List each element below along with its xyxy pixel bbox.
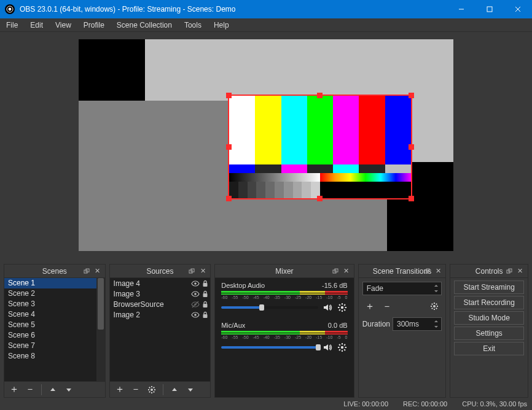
scene-remove-button[interactable]: － — [23, 382, 37, 397]
minimize-button[interactable] — [447, 0, 475, 18]
transition-remove-button[interactable]: － — [380, 299, 394, 314]
controls-close-icon[interactable]: ✕ — [515, 266, 525, 276]
menu-scene-collection[interactable]: Scene Collection — [111, 18, 178, 32]
close-button[interactable] — [504, 0, 532, 18]
transition-add-button[interactable]: ＋ — [362, 299, 377, 314]
resize-handle-e[interactable] — [409, 144, 414, 150]
scenes-list[interactable]: Scene 1Scene 2Scene 3Scene 4Scene 5Scene… — [4, 278, 105, 381]
resize-handle-se[interactable] — [409, 196, 414, 201]
source-up-button[interactable] — [167, 382, 182, 397]
resize-handle-s[interactable] — [317, 196, 323, 201]
transitions-dock: Scene Transitions ✕ Fade ＋ － Durat — [358, 264, 447, 398]
status-live: LIVE: 00:00:00 — [343, 400, 388, 408]
mixer-meter — [221, 331, 347, 335]
svg-point-19 — [151, 389, 153, 391]
source-lock-icon[interactable] — [200, 310, 210, 320]
source-visibility-icon[interactable] — [190, 289, 200, 299]
controls-body: Start StreamingStart RecordingStudio Mod… — [450, 278, 528, 397]
titlebar: OBS 23.0.1 (64-bit, windows) - Profile: … — [0, 0, 532, 18]
mixer-volume-slider[interactable] — [221, 343, 318, 352]
mixer-header-label: Mixer — [275, 267, 293, 276]
status-rec: REC: 00:00:00 — [403, 400, 447, 408]
menu-view[interactable]: View — [49, 18, 77, 32]
scene-row[interactable]: Scene 7 — [4, 341, 105, 351]
scene-down-button[interactable] — [61, 382, 76, 397]
sources-list[interactable]: Image 4Image 3BrowserSourceImage 2 — [110, 278, 211, 381]
resize-handle-nw[interactable] — [226, 93, 232, 98]
mixer-close-icon[interactable]: ✕ — [342, 266, 351, 276]
source-row[interactable]: BrowserSource — [110, 299, 211, 309]
scenes-scrollbar[interactable] — [96, 278, 105, 381]
source-lock-icon[interactable] — [200, 300, 210, 309]
source-down-button[interactable] — [183, 382, 198, 397]
source-lock-icon[interactable] — [200, 289, 210, 299]
mixer-mute-icon[interactable] — [322, 342, 333, 353]
scenes-close-icon[interactable]: ✕ — [93, 266, 103, 276]
transitions-popout-icon[interactable] — [422, 266, 432, 276]
scene-row[interactable]: Scene 8 — [4, 351, 105, 362]
menu-file[interactable]: File — [0, 18, 24, 32]
sources-close-icon[interactable]: ✕ — [198, 266, 208, 276]
mixer-settings-icon[interactable] — [337, 302, 348, 313]
mixer-volume-slider[interactable] — [221, 303, 318, 312]
sources-popout-icon[interactable] — [187, 266, 197, 276]
control-studio-mode-button[interactable]: Studio Mode — [454, 311, 524, 325]
svg-rect-16 — [203, 304, 208, 308]
control-start-recording-button[interactable]: Start Recording — [454, 296, 524, 309]
svg-line-37 — [339, 309, 340, 311]
source-row[interactable]: Image 3 — [110, 288, 211, 299]
source-visibility-icon[interactable] — [190, 279, 200, 288]
mixer-ticks: -60-55-50-45-40-35-30-25-20-15-10-50 — [221, 295, 347, 300]
source-remove-button[interactable]: － — [128, 382, 143, 397]
maximize-button[interactable] — [475, 0, 504, 18]
resize-handle-n[interactable] — [317, 93, 323, 98]
transition-select[interactable]: Fade — [362, 282, 442, 295]
source-props-button[interactable] — [144, 382, 159, 397]
source-row[interactable]: Image 2 — [110, 309, 211, 320]
source-add-button[interactable]: ＋ — [112, 382, 127, 397]
source-visibility-icon[interactable] — [190, 300, 200, 309]
sources-toolbar: ＋ － — [110, 381, 211, 397]
source-layer-image3-selected[interactable] — [229, 96, 411, 198]
menu-edit[interactable]: Edit — [24, 18, 49, 32]
control-settings-button[interactable]: Settings — [454, 327, 524, 340]
controls-popout-icon[interactable] — [504, 266, 514, 276]
mixer-popout-icon[interactable] — [331, 266, 340, 276]
resize-handle-w[interactable] — [226, 144, 232, 150]
transition-duration-input[interactable]: 300ms — [393, 317, 442, 331]
menu-profile[interactable]: Profile — [77, 18, 111, 32]
scene-row[interactable]: Scene 3 — [4, 299, 105, 309]
menu-help[interactable]: Help — [208, 18, 235, 32]
scene-row[interactable]: Scene 5 — [4, 320, 105, 330]
mixer-channel-db: -15.6 dB — [322, 282, 348, 289]
scene-add-button[interactable]: ＋ — [7, 382, 22, 397]
mixer-meter — [221, 291, 347, 295]
svg-point-39 — [340, 346, 343, 349]
svg-point-50 — [433, 305, 436, 308]
scene-row[interactable]: Scene 6 — [4, 330, 105, 341]
scene-row[interactable]: Scene 4 — [4, 309, 105, 320]
mixer-channel: Mic/Aux0.0 dB-60-55-50-45-40-35-30-25-20… — [215, 318, 353, 358]
source-lock-icon[interactable] — [200, 279, 210, 288]
transition-props-button[interactable] — [427, 299, 442, 314]
resize-handle-sw[interactable] — [226, 196, 232, 201]
resize-handle-ne[interactable] — [409, 93, 414, 98]
scene-row[interactable]: Scene 1 — [4, 278, 105, 288]
control-exit-button[interactable]: Exit — [454, 342, 524, 355]
mixer-settings-icon[interactable] — [337, 342, 348, 353]
mixer-mute-icon[interactable] — [322, 302, 333, 313]
transitions-close-icon[interactable]: ✕ — [433, 266, 443, 276]
source-visibility-icon[interactable] — [190, 310, 200, 320]
svg-point-17 — [194, 314, 197, 316]
menu-tools[interactable]: Tools — [178, 18, 208, 32]
svg-rect-18 — [203, 314, 208, 318]
scene-row[interactable]: Scene 2 — [4, 288, 105, 299]
svg-point-12 — [194, 293, 197, 295]
source-row[interactable]: Image 4 — [110, 278, 211, 288]
scenes-popout-icon[interactable] — [82, 266, 92, 276]
preview-canvas[interactable] — [79, 39, 453, 251]
statusbar: LIVE: 00:00:00 REC: 00:00:00 CPU: 0.3%, … — [0, 398, 532, 410]
scene-up-button[interactable] — [45, 382, 60, 397]
source-name-label: BrowserSource — [114, 300, 191, 309]
control-start-streaming-button[interactable]: Start Streaming — [454, 280, 524, 294]
